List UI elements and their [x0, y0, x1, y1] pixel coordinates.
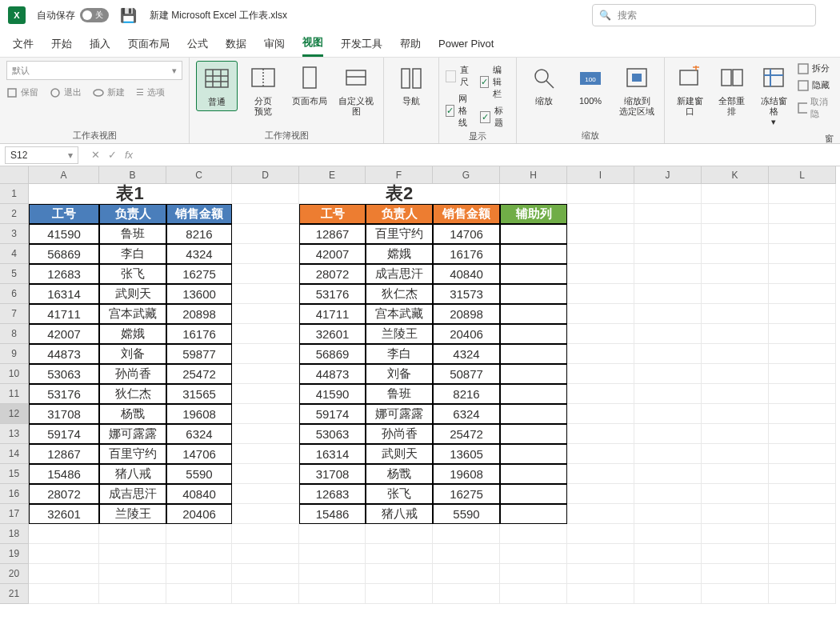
cell[interactable]	[232, 304, 299, 324]
cell[interactable]: 李白	[366, 344, 433, 364]
cell[interactable]	[769, 244, 836, 264]
custom-view-button[interactable]: 自定义视图	[335, 61, 377, 120]
col-head-E[interactable]: E	[299, 166, 366, 184]
cell[interactable]: 41711	[299, 304, 366, 324]
col-head-A[interactable]: A	[29, 166, 99, 184]
cell[interactable]	[634, 504, 702, 524]
cell[interactable]	[769, 544, 836, 564]
cell[interactable]: 武则天	[99, 284, 166, 304]
cell[interactable]	[567, 224, 634, 244]
cell[interactable]	[366, 544, 433, 564]
sheet-view-dropdown[interactable]: 默认▾	[6, 61, 182, 80]
cell[interactable]	[567, 304, 634, 324]
cell[interactable]	[634, 384, 702, 404]
col-head-G[interactable]: G	[433, 166, 500, 184]
cell[interactable]	[702, 584, 769, 604]
cell[interactable]	[232, 344, 299, 364]
cell[interactable]: 14706	[433, 224, 500, 244]
cell[interactable]	[702, 484, 769, 504]
cell[interactable]	[702, 444, 769, 464]
select-all-corner[interactable]	[0, 166, 29, 184]
cell[interactable]	[500, 464, 567, 484]
col-head-C[interactable]: C	[166, 166, 232, 184]
cell[interactable]	[702, 544, 769, 564]
cell[interactable]	[29, 544, 99, 564]
cell[interactable]	[634, 284, 702, 304]
tab-插入[interactable]: 插入	[90, 32, 110, 56]
cell[interactable]: 兰陵王	[366, 324, 433, 344]
cell[interactable]	[166, 564, 232, 584]
cell[interactable]: 19608	[166, 404, 232, 424]
cell[interactable]: 59174	[29, 424, 99, 444]
zoom-100-button[interactable]: 100 100%	[570, 61, 611, 110]
cell[interactable]	[500, 504, 567, 524]
cell[interactable]	[702, 264, 769, 284]
cell[interactable]	[634, 464, 702, 484]
row-head-7[interactable]: 7	[0, 304, 29, 324]
col-head-F[interactable]: F	[366, 166, 433, 184]
cell[interactable]: 50877	[433, 364, 500, 384]
cell[interactable]	[634, 244, 702, 264]
cell[interactable]: 狄仁杰	[99, 384, 166, 404]
tab-公式[interactable]: 公式	[187, 32, 208, 56]
cell[interactable]	[702, 304, 769, 324]
cell[interactable]	[769, 304, 836, 324]
cell[interactable]	[634, 184, 702, 204]
cell[interactable]: 32601	[29, 504, 99, 524]
cell[interactable]	[500, 484, 567, 504]
row-head-11[interactable]: 11	[0, 384, 29, 404]
cell[interactable]	[769, 324, 836, 344]
cell[interactable]: 19608	[433, 464, 500, 484]
cell[interactable]: 负责人	[366, 204, 433, 224]
cell[interactable]	[232, 364, 299, 384]
cell[interactable]	[366, 564, 433, 584]
keep-button[interactable]: 保留	[6, 86, 38, 98]
cell[interactable]	[500, 264, 567, 284]
col-head-K[interactable]: K	[702, 166, 769, 184]
cell[interactable]	[634, 324, 702, 344]
cell[interactable]	[232, 224, 299, 244]
cell[interactable]	[166, 544, 232, 564]
tab-数据[interactable]: 数据	[226, 32, 246, 56]
arrange-all-button[interactable]: 全部重排	[714, 61, 751, 120]
cell[interactable]	[634, 204, 702, 224]
cell[interactable]: 16275	[433, 484, 500, 504]
cell[interactable]	[232, 404, 299, 424]
cell[interactable]: 4324	[166, 244, 232, 264]
cell[interactable]: 16314	[299, 444, 366, 464]
cell[interactable]: 5590	[433, 504, 500, 524]
cell[interactable]: 59877	[166, 344, 232, 364]
cell[interactable]	[769, 404, 836, 424]
cell[interactable]	[232, 424, 299, 444]
cell[interactable]	[567, 204, 634, 224]
cell[interactable]: 20898	[166, 304, 232, 324]
cell[interactable]	[433, 564, 500, 584]
cell[interactable]: 31573	[433, 284, 500, 304]
enter-icon[interactable]: ✓	[108, 149, 117, 161]
cell[interactable]	[634, 564, 702, 584]
row-head-4[interactable]: 4	[0, 244, 29, 264]
cell[interactable]	[567, 364, 634, 384]
row-head-3[interactable]: 3	[0, 224, 29, 244]
cell[interactable]	[634, 584, 702, 604]
cell[interactable]	[232, 184, 299, 204]
cell[interactable]	[702, 404, 769, 424]
cell[interactable]: 42007	[299, 244, 366, 264]
cell[interactable]: 28072	[299, 264, 366, 284]
cell[interactable]	[99, 584, 166, 604]
cell[interactable]	[567, 184, 634, 204]
cell[interactable]: 宫本武藏	[366, 304, 433, 324]
cell[interactable]: 杨戬	[99, 404, 166, 424]
cell[interactable]: 表1	[29, 184, 232, 204]
row-head-16[interactable]: 16	[0, 484, 29, 504]
formula-input[interactable]	[133, 146, 835, 164]
cell[interactable]: 武则天	[366, 444, 433, 464]
cell[interactable]: 20898	[433, 304, 500, 324]
cell[interactable]	[299, 564, 366, 584]
cell[interactable]: 20406	[166, 504, 232, 524]
cell[interactable]	[634, 484, 702, 504]
cell[interactable]: 31708	[29, 404, 99, 424]
row-head-20[interactable]: 20	[0, 564, 29, 584]
cell[interactable]	[232, 264, 299, 284]
cell[interactable]	[500, 584, 567, 604]
